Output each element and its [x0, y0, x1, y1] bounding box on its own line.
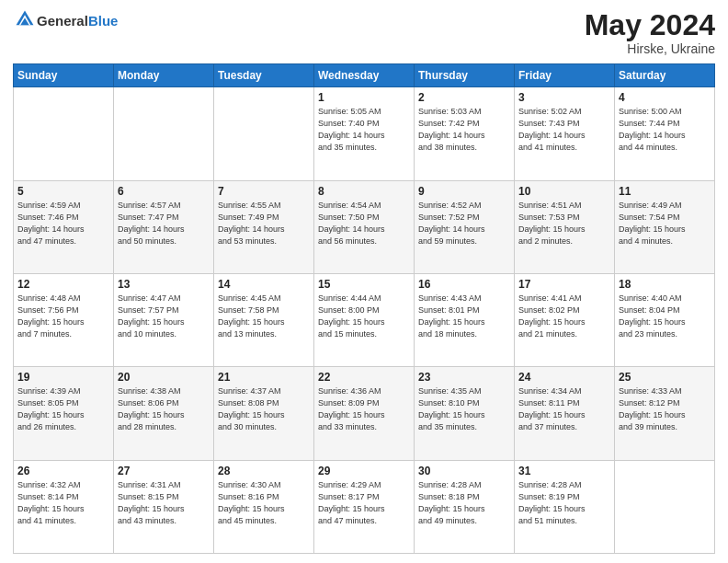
- day-info: Sunrise: 4:32 AMSunset: 8:14 PMDaylight:…: [17, 479, 109, 527]
- day-info: Sunrise: 4:36 AMSunset: 8:09 PMDaylight:…: [318, 385, 410, 433]
- calendar-table: Sunday Monday Tuesday Wednesday Thursday…: [13, 63, 715, 554]
- location-subtitle: Hirske, Ukraine: [585, 41, 715, 56]
- table-row: 4Sunrise: 5:00 AMSunset: 7:44 PMDaylight…: [615, 87, 715, 180]
- table-row: 1Sunrise: 5:05 AMSunset: 7:40 PMDaylight…: [314, 87, 415, 180]
- day-info: Sunrise: 4:44 AMSunset: 8:00 PMDaylight:…: [318, 293, 410, 340]
- day-info: Sunrise: 4:48 AMSunset: 7:56 PMDaylight:…: [17, 293, 109, 340]
- day-number: 3: [518, 91, 610, 104]
- day-number: 20: [118, 371, 210, 384]
- day-number: 22: [318, 371, 410, 384]
- day-number: 9: [418, 185, 510, 198]
- day-number: 14: [218, 278, 310, 291]
- day-number: 19: [17, 371, 109, 384]
- day-info: Sunrise: 4:41 AMSunset: 8:02 PMDaylight:…: [518, 293, 610, 340]
- day-info: Sunrise: 4:47 AMSunset: 7:57 PMDaylight:…: [118, 293, 210, 340]
- table-row: [214, 87, 314, 180]
- th-friday: Friday: [515, 64, 615, 87]
- table-row: 28Sunrise: 4:30 AMSunset: 8:16 PMDayligh…: [214, 460, 314, 553]
- th-saturday: Saturday: [615, 64, 715, 87]
- table-row: 27Sunrise: 4:31 AMSunset: 8:15 PMDayligh…: [114, 460, 214, 553]
- day-number: 13: [118, 278, 210, 291]
- table-row: 24Sunrise: 4:34 AMSunset: 8:11 PMDayligh…: [515, 367, 615, 460]
- day-number: 6: [118, 185, 210, 198]
- table-row: [14, 87, 114, 180]
- day-info: Sunrise: 4:57 AMSunset: 7:47 PMDaylight:…: [118, 200, 210, 247]
- table-row: 20Sunrise: 4:38 AMSunset: 8:06 PMDayligh…: [114, 367, 214, 460]
- logo: GeneralBlue: [13, 9, 118, 33]
- day-info: Sunrise: 4:52 AMSunset: 7:52 PMDaylight:…: [418, 200, 510, 247]
- day-number: 23: [418, 371, 510, 384]
- table-row: 21Sunrise: 4:37 AMSunset: 8:08 PMDayligh…: [214, 367, 314, 460]
- day-number: 12: [17, 278, 109, 291]
- day-number: 5: [17, 185, 109, 198]
- th-wednesday: Wednesday: [314, 64, 415, 87]
- table-row: 25Sunrise: 4:33 AMSunset: 8:12 PMDayligh…: [615, 367, 715, 460]
- day-info: Sunrise: 4:39 AMSunset: 8:05 PMDaylight:…: [17, 385, 109, 433]
- calendar-week-row: 12Sunrise: 4:48 AMSunset: 7:56 PMDayligh…: [14, 273, 715, 366]
- day-number: 24: [518, 371, 610, 384]
- day-number: 28: [218, 465, 310, 477]
- day-number: 15: [318, 278, 410, 291]
- day-info: Sunrise: 4:43 AMSunset: 8:01 PMDaylight:…: [418, 293, 510, 340]
- table-row: 23Sunrise: 4:35 AMSunset: 8:10 PMDayligh…: [415, 367, 515, 460]
- table-row: 7Sunrise: 4:55 AMSunset: 7:49 PMDaylight…: [214, 180, 314, 273]
- day-info: Sunrise: 4:55 AMSunset: 7:49 PMDaylight:…: [218, 200, 310, 247]
- header: GeneralBlue May 2024 Hirske, Ukraine: [13, 9, 715, 56]
- table-row: 19Sunrise: 4:39 AMSunset: 8:05 PMDayligh…: [14, 367, 114, 460]
- day-number: 27: [118, 465, 210, 477]
- day-info: Sunrise: 4:29 AMSunset: 8:17 PMDaylight:…: [318, 479, 410, 527]
- calendar-week-row: 5Sunrise: 4:59 AMSunset: 7:46 PMDaylight…: [14, 180, 715, 273]
- day-number: 18: [619, 278, 711, 291]
- table-row: [114, 87, 214, 180]
- day-info: Sunrise: 4:59 AMSunset: 7:46 PMDaylight:…: [17, 200, 109, 247]
- day-number: 26: [17, 465, 109, 477]
- day-info: Sunrise: 4:28 AMSunset: 8:19 PMDaylight:…: [518, 479, 610, 527]
- day-number: 30: [418, 465, 510, 477]
- table-row: 6Sunrise: 4:57 AMSunset: 7:47 PMDaylight…: [114, 180, 214, 273]
- day-number: 21: [218, 371, 310, 384]
- day-number: 10: [518, 185, 610, 198]
- table-row: 11Sunrise: 4:49 AMSunset: 7:54 PMDayligh…: [615, 180, 715, 273]
- table-row: 5Sunrise: 4:59 AMSunset: 7:46 PMDaylight…: [14, 180, 114, 273]
- day-info: Sunrise: 4:54 AMSunset: 7:50 PMDaylight:…: [318, 200, 410, 247]
- table-row: 26Sunrise: 4:32 AMSunset: 8:14 PMDayligh…: [14, 460, 114, 553]
- logo-blue: Blue: [88, 13, 119, 29]
- day-info: Sunrise: 4:28 AMSunset: 8:18 PMDaylight:…: [418, 479, 510, 527]
- table-row: 16Sunrise: 4:43 AMSunset: 8:01 PMDayligh…: [415, 273, 515, 366]
- th-thursday: Thursday: [415, 64, 515, 87]
- day-info: Sunrise: 4:30 AMSunset: 8:16 PMDaylight:…: [218, 479, 310, 527]
- day-info: Sunrise: 5:03 AMSunset: 7:42 PMDaylight:…: [418, 106, 510, 154]
- table-row: 14Sunrise: 4:45 AMSunset: 7:58 PMDayligh…: [214, 273, 314, 366]
- day-info: Sunrise: 4:38 AMSunset: 8:06 PMDaylight:…: [118, 385, 210, 433]
- table-row: 31Sunrise: 4:28 AMSunset: 8:19 PMDayligh…: [515, 460, 615, 553]
- day-info: Sunrise: 4:51 AMSunset: 7:53 PMDaylight:…: [518, 200, 610, 247]
- calendar-week-row: 26Sunrise: 4:32 AMSunset: 8:14 PMDayligh…: [14, 460, 715, 553]
- logo-icon: [15, 9, 35, 29]
- day-number: 1: [318, 91, 410, 104]
- table-row: [615, 460, 715, 553]
- day-info: Sunrise: 4:49 AMSunset: 7:54 PMDaylight:…: [619, 200, 711, 247]
- table-row: 9Sunrise: 4:52 AMSunset: 7:52 PMDaylight…: [415, 180, 515, 273]
- day-number: 29: [318, 465, 410, 477]
- table-row: 29Sunrise: 4:29 AMSunset: 8:17 PMDayligh…: [314, 460, 415, 553]
- table-row: 13Sunrise: 4:47 AMSunset: 7:57 PMDayligh…: [114, 273, 214, 366]
- day-info: Sunrise: 4:35 AMSunset: 8:10 PMDaylight:…: [418, 385, 510, 433]
- table-row: 15Sunrise: 4:44 AMSunset: 8:00 PMDayligh…: [314, 273, 415, 366]
- table-row: 8Sunrise: 4:54 AMSunset: 7:50 PMDaylight…: [314, 180, 415, 273]
- page: GeneralBlue May 2024 Hirske, Ukraine Sun…: [0, 0, 728, 563]
- calendar-week-row: 19Sunrise: 4:39 AMSunset: 8:05 PMDayligh…: [14, 367, 715, 460]
- logo-general: General: [37, 13, 88, 29]
- table-row: 2Sunrise: 5:03 AMSunset: 7:42 PMDaylight…: [415, 87, 515, 180]
- day-info: Sunrise: 4:34 AMSunset: 8:11 PMDaylight:…: [518, 385, 610, 433]
- day-number: 11: [619, 185, 711, 198]
- table-row: 22Sunrise: 4:36 AMSunset: 8:09 PMDayligh…: [314, 367, 415, 460]
- title-block: May 2024 Hirske, Ukraine: [585, 9, 715, 56]
- day-info: Sunrise: 5:02 AMSunset: 7:43 PMDaylight:…: [518, 106, 610, 154]
- th-sunday: Sunday: [14, 64, 114, 87]
- table-row: 3Sunrise: 5:02 AMSunset: 7:43 PMDaylight…: [515, 87, 615, 180]
- day-info: Sunrise: 4:45 AMSunset: 7:58 PMDaylight:…: [218, 293, 310, 340]
- day-number: 4: [619, 91, 711, 104]
- th-monday: Monday: [114, 64, 214, 87]
- day-number: 16: [418, 278, 510, 291]
- day-info: Sunrise: 4:31 AMSunset: 8:15 PMDaylight:…: [118, 479, 210, 527]
